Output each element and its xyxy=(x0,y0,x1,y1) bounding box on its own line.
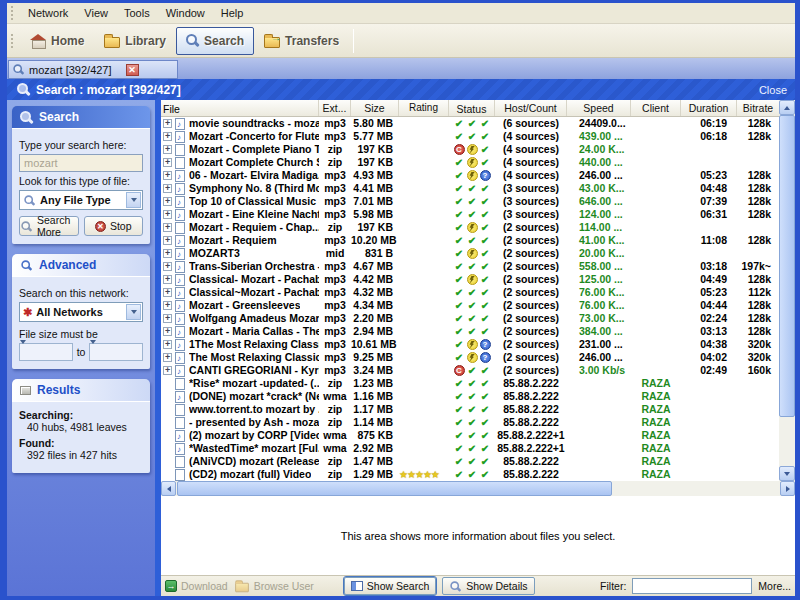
expander-icon[interactable] xyxy=(163,210,172,219)
filesize-max-select[interactable] xyxy=(89,343,143,361)
column-header-status[interactable]: Status xyxy=(449,100,495,116)
show-details-button[interactable]: Show Details xyxy=(442,577,534,595)
column-header-duration[interactable]: Duration xyxy=(681,100,737,116)
menu-network[interactable]: Network xyxy=(20,4,76,22)
table-row[interactable]: (CD2) mozart (full) Video zip 1.29 MB ★★… xyxy=(161,468,779,481)
expander-icon[interactable] xyxy=(163,314,172,323)
table-row[interactable]: movie soundtracks - moza... mp3 5.80 MB … xyxy=(161,117,779,130)
show-search-button[interactable]: Show Search xyxy=(344,577,436,595)
table-row[interactable]: Symphony No. 8 (Third Mov... mp3 4.41 MB… xyxy=(161,182,779,195)
expander-icon[interactable] xyxy=(163,353,172,362)
expander-icon[interactable] xyxy=(163,184,172,193)
horizontal-scroll-track[interactable] xyxy=(176,481,780,496)
filetype-dropdown-arrow-icon[interactable] xyxy=(126,192,141,208)
table-row[interactable]: The Most Relaxing Classica... mp3 9.25 M… xyxy=(161,351,779,364)
expander-icon[interactable] xyxy=(163,171,172,180)
home-button[interactable]: Home xyxy=(20,27,94,55)
expander-icon[interactable] xyxy=(163,132,172,141)
expander-icon[interactable] xyxy=(163,236,172,245)
filetype-select[interactable]: Any File Type xyxy=(19,190,143,210)
tab-mozart-search[interactable]: mozart [392/427] ✕ xyxy=(8,60,178,79)
scroll-up-icon[interactable] xyxy=(779,100,795,115)
column-header-rating[interactable]: Rating xyxy=(399,100,449,116)
scroll-left-icon[interactable] xyxy=(161,481,176,496)
download-button[interactable]: → Download xyxy=(165,580,228,592)
column-header-bitrate[interactable]: Bitrate xyxy=(737,100,779,116)
filter-input[interactable] xyxy=(632,578,752,594)
search-more-button[interactable]: Search More xyxy=(19,216,79,236)
expander-icon[interactable] xyxy=(163,340,172,349)
menubar-grip-handle[interactable] xyxy=(11,6,16,20)
expander-icon[interactable] xyxy=(163,275,172,284)
table-row[interactable]: CANTI GREGORIANI - Kyrie ... mp3 3.24 MB… xyxy=(161,364,779,377)
menu-window[interactable]: Window xyxy=(158,4,213,22)
table-row[interactable]: *WastedTime* mozart [Ful... wma 2.92 MB … xyxy=(161,442,779,455)
network-dropdown-arrow-icon[interactable] xyxy=(126,304,141,320)
table-row[interactable]: MOZART3 mid 831 B (2 sources) 20.00 K... xyxy=(161,247,779,260)
expander-icon[interactable] xyxy=(163,158,172,167)
vertical-scroll-thumb[interactable] xyxy=(779,115,795,417)
table-row[interactable]: Mozart - Complete Piano Tr... zip 197 KB… xyxy=(161,143,779,156)
table-row[interactable]: www.torrent.to mozart by ... zip 1.17 MB… xyxy=(161,403,779,416)
table-row[interactable]: Mozart Complete Church S... zip 197 KB (… xyxy=(161,156,779,169)
horizontal-scroll-thumb[interactable] xyxy=(177,481,612,496)
expander-icon[interactable] xyxy=(163,327,172,336)
advanced-pane-header[interactable]: Advanced xyxy=(12,254,150,276)
filesize-min-select[interactable] xyxy=(19,343,73,361)
expander-icon[interactable] xyxy=(163,366,172,375)
filesize-max-arrow-icon[interactable] xyxy=(90,340,96,356)
column-header-host[interactable]: Host/Count xyxy=(495,100,567,116)
table-row[interactable]: Classical~Mozart - Pachab... mp3 4.32 MB… xyxy=(161,286,779,299)
column-header-size[interactable]: Size xyxy=(351,100,399,116)
expander-icon[interactable] xyxy=(163,197,172,206)
results-pane-header[interactable]: Results xyxy=(12,379,150,401)
table-row[interactable]: - presented by Ash - mozar... zip 1.14 M… xyxy=(161,416,779,429)
expander-icon[interactable] xyxy=(163,262,172,271)
column-header-file[interactable]: File xyxy=(161,100,319,116)
table-row[interactable]: 06 - Mozart- Elvira Madiga... mp3 4.93 M… xyxy=(161,169,779,182)
scroll-right-icon[interactable] xyxy=(780,481,795,496)
menu-tools[interactable]: Tools xyxy=(116,4,158,22)
expander-icon[interactable] xyxy=(163,288,172,297)
expander-icon[interactable] xyxy=(163,119,172,128)
table-row[interactable]: (2) mozart by CORP [Video] wma 875 KB 85… xyxy=(161,429,779,442)
column-header-ext[interactable]: Ext... xyxy=(319,100,351,116)
column-header-client[interactable]: Client xyxy=(631,100,681,116)
transfers-button[interactable]: Transfers xyxy=(254,27,349,55)
menu-help[interactable]: Help xyxy=(213,4,252,22)
search-pane-header[interactable]: Search xyxy=(12,106,150,128)
table-row[interactable]: Mozart - Greensleeves mp3 4.34 MB (2 sou… xyxy=(161,299,779,312)
scroll-down-icon[interactable] xyxy=(779,466,795,481)
table-row[interactable]: Top 10 of Classical Music - ... mp3 7.01… xyxy=(161,195,779,208)
table-row[interactable]: (ANiVCD) mozart (Release)... zip 1.47 MB… xyxy=(161,455,779,468)
table-row[interactable]: Classical- Mozart - Pachab... mp3 4.42 M… xyxy=(161,273,779,286)
more-button[interactable]: More... xyxy=(758,580,791,592)
tab-close-icon[interactable]: ✕ xyxy=(126,64,139,76)
table-row[interactable]: Wolfgang Amadeus Mozart... mp3 2.20 MB (… xyxy=(161,312,779,325)
expander-icon[interactable] xyxy=(163,301,172,310)
close-link[interactable]: Close xyxy=(759,84,787,96)
expander-icon[interactable] xyxy=(163,249,172,258)
table-row[interactable]: Mozart - Eine Kleine Nacht... mp3 5.98 M… xyxy=(161,208,779,221)
table-row[interactable]: *Rise* mozart -updated- (... zip 1.23 MB… xyxy=(161,377,779,390)
expander-icon[interactable] xyxy=(163,145,172,154)
table-row[interactable]: Trans-Siberian Orchestra - ... mp3 4.67 … xyxy=(161,260,779,273)
browse-user-button[interactable]: Browse User xyxy=(234,579,314,593)
table-row[interactable]: Mozart -Concerto for Flute... mp3 5.77 M… xyxy=(161,130,779,143)
menu-view[interactable]: View xyxy=(76,4,116,22)
column-header-speed[interactable]: Speed xyxy=(567,100,631,116)
expander-icon[interactable] xyxy=(163,223,172,232)
stop-button[interactable]: ✕ Stop xyxy=(84,216,144,236)
filesize-min-arrow-icon[interactable] xyxy=(20,340,26,356)
toolbar-grip-handle[interactable] xyxy=(11,34,16,48)
table-row[interactable]: Mozart - Maria Callas - The ... mp3 2.94… xyxy=(161,325,779,338)
table-row[interactable]: (DONE) mozart *crack* (Ne... wma 1.16 MB… xyxy=(161,390,779,403)
vertical-scroll-track[interactable] xyxy=(779,115,795,466)
table-row[interactable]: 1The Most Relaxing Classic... mp3 10.61 … xyxy=(161,338,779,351)
table-row[interactable]: Mozart - Requiem - Chap... zip 197 KB (2… xyxy=(161,221,779,234)
library-button[interactable]: Library xyxy=(94,27,176,55)
search-input[interactable] xyxy=(19,154,143,172)
network-select[interactable]: ✱ All Networks xyxy=(19,302,143,322)
search-button[interactable]: Search xyxy=(176,27,254,55)
horizontal-scrollbar[interactable] xyxy=(161,481,795,496)
